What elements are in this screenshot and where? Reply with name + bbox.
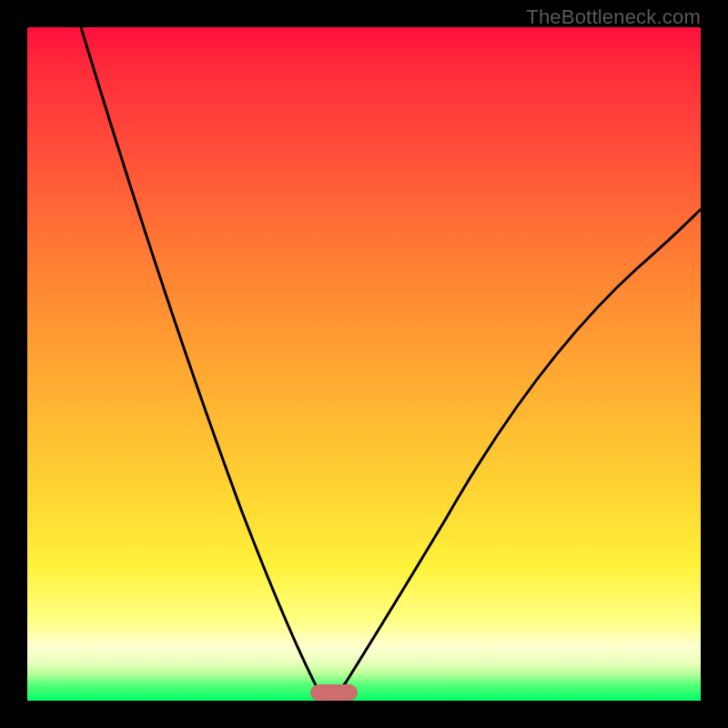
left-branch-curve [81,27,330,701]
plot-area [27,27,701,701]
bottleneck-curve [27,27,701,701]
watermark-text: TheBottleneck.com [526,5,701,29]
chart-frame: TheBottleneck.com [0,0,728,728]
right-branch-curve [330,209,701,701]
optimal-marker [310,684,358,701]
